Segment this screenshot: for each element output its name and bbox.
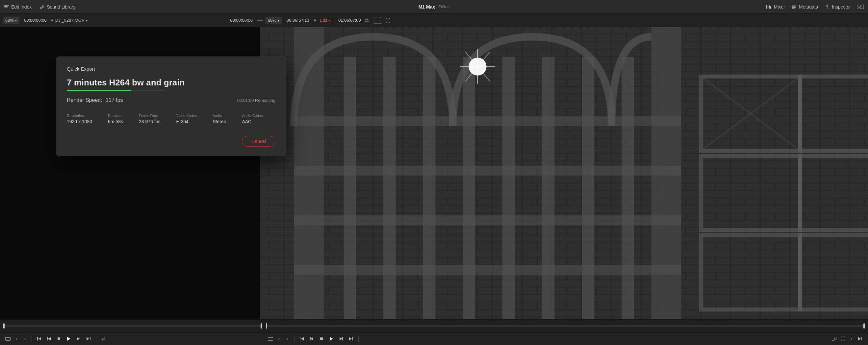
arrow-right-icon[interactable]: › [847,335,856,343]
svg-rect-83 [80,337,80,340]
expand-svg [841,337,845,341]
expand-icon[interactable] [839,335,847,343]
export-name: 7 minutes H264 bw and grain [67,77,275,88]
svg-rect-13 [767,7,769,7]
zoom-selector-right[interactable]: 68% [265,17,282,24]
svg-marker-76 [38,337,41,340]
scrubber-handle-right-right[interactable] [863,323,865,329]
step-forward-r[interactable] [337,334,346,343]
svg-point-4 [42,6,44,8]
svg-rect-22 [858,5,861,7]
scrubber-handle-right[interactable] [260,323,262,329]
fullscreen-icon [385,18,390,23]
svg-rect-14 [769,6,770,7]
stop-r[interactable] [317,334,326,343]
duration-display: 00:06:57:13 [284,17,312,24]
timecode-center: 00:00:00:00 [227,17,255,24]
top-bar-right: Mixer Metadata Inspector [766,4,864,9]
loop-button[interactable] [363,16,371,24]
svg-rect-87 [268,338,273,340]
loop-transport-button[interactable] [99,334,108,343]
skip-end-icon[interactable] [856,335,864,343]
left-panel-video: Quick Export 7 minutes H264 bw and grain… [0,27,260,319]
svg-rect-68 [6,337,6,338]
inspector-label: Inspector [832,4,851,9]
inspector-button[interactable]: Inspector [825,4,851,9]
top-bar-title: M1 Max Edited [418,4,450,9]
svg-marker-78 [48,337,51,340]
chevron-left-icon-button[interactable]: ‹ [12,335,21,343]
svg-rect-24 [858,7,861,9]
edit-index-button[interactable]: Edit Index [4,4,32,9]
scrubber-track-right[interactable] [265,325,865,326]
render-speed-label: Render Speed: [67,97,102,103]
go-to-end-button[interactable] [84,334,93,343]
svg-marker-84 [87,337,89,340]
play-icon-r [329,337,333,341]
more-options[interactable] [257,20,262,21]
go-start-r[interactable] [297,334,306,343]
transport-sep-r2 [358,336,359,342]
edit-label: Edit [320,18,327,23]
inspector-icon [825,4,830,9]
film-icon-button-r[interactable] [267,335,274,343]
svg-rect-95 [310,337,311,340]
filename-chevron [86,18,88,23]
window-controls[interactable] [858,4,864,9]
chevron-right-icon-button[interactable]: › [21,335,29,343]
cancel-button[interactable]: Cancel [242,136,275,146]
svg-marker-100 [349,337,352,340]
svg-rect-25 [375,19,380,22]
go-end-r[interactable] [346,334,356,343]
go-end-icon [86,337,91,341]
svg-marker-94 [311,337,313,340]
fullscreen-button[interactable] [384,16,392,24]
zoom-selector-left[interactable]: 68% [3,17,20,24]
sound-library-icon [39,4,45,9]
svg-rect-12 [766,6,767,7]
render-speed-value: 117 fps [105,97,123,103]
framerate-label: Frame Rate [139,114,160,117]
resolution-label: Resolution [67,114,92,117]
chevron-left-r[interactable]: ‹ [275,335,283,343]
tc-dot-right [314,20,316,21]
transport-right: ‹ › [267,334,864,343]
skip-end-svg [858,337,862,341]
svg-marker-81 [67,337,70,341]
scrubber-handle-left[interactable] [3,323,5,329]
stop-icon-r [320,337,323,340]
scrubber-track-left[interactable] [3,325,262,326]
go-start-icon [37,337,41,341]
play-button[interactable] [64,334,73,343]
svg-rect-88 [268,337,269,338]
step-back-button[interactable] [44,334,54,343]
sound-library-button[interactable]: Sound Library [39,4,75,9]
svg-rect-99 [342,337,343,340]
stop-button[interactable] [54,334,63,343]
film-icon-button[interactable] [4,335,12,343]
quick-export-dialog: Quick Export 7 minutes H264 bw and grain… [56,57,286,156]
mixer-button[interactable]: Mixer [766,4,785,9]
sound-library-label: Sound Library [47,4,75,9]
step-forward-button[interactable] [74,334,83,343]
svg-rect-70 [8,337,9,338]
meta-duration: Duration 6m 58s [108,114,123,124]
filename-selector[interactable]: DJI_0287.MOV [55,18,88,23]
svg-marker-97 [330,337,333,341]
aspect-ratio-button[interactable] [373,17,382,24]
svg-rect-23 [861,5,864,9]
edit-button[interactable]: Edit [320,18,330,23]
chevron-right-r[interactable]: › [284,335,291,343]
render-speed: Render Speed: 117 fps [67,97,123,103]
play-r[interactable] [327,334,336,343]
resize-left-icon[interactable] [831,335,838,343]
top-bar-left: Edit Index Sound Library [4,4,75,9]
step-back-r[interactable] [307,334,316,343]
scrubber-right [265,320,865,332]
metadata-button[interactable]: Metadata [792,4,818,9]
svg-point-3 [40,7,42,8]
svg-rect-15 [770,7,771,8]
go-to-start-button[interactable] [35,334,44,343]
svg-rect-85 [90,337,91,340]
scrubber-handle-right-left[interactable] [266,323,267,329]
